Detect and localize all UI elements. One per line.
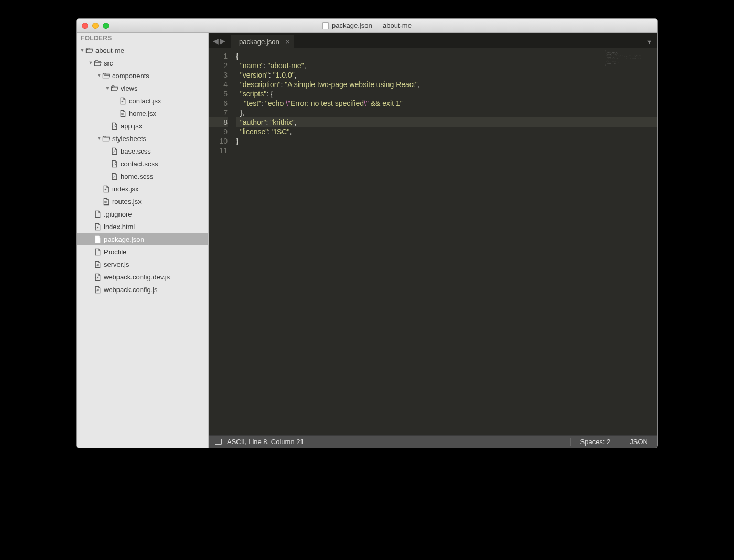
- window-controls: [82, 23, 109, 29]
- tree-file[interactable]: app.jsx: [77, 120, 208, 132]
- tree-file[interactable]: home.jsx: [77, 107, 208, 120]
- nav-forward-icon[interactable]: ▶: [220, 37, 225, 45]
- gutter-line-number: 1: [209, 51, 228, 61]
- nav-back-icon[interactable]: ◀: [213, 37, 219, 45]
- code-area[interactable]: 1234567891011 { "name": "about-me", "ver…: [209, 48, 657, 435]
- tree-item-label: contact.scss: [121, 160, 158, 168]
- code-line[interactable]: "version": "1.0.0",: [236, 70, 657, 80]
- code-line[interactable]: },: [236, 108, 657, 117]
- file-icon: [93, 210, 102, 218]
- file-icon: [93, 222, 102, 231]
- tree-item-label: routes.jsx: [112, 198, 142, 206]
- file-icon: [118, 96, 127, 105]
- gutter-line-number: 11: [209, 146, 228, 155]
- tree-file[interactable]: routes.jsx: [77, 195, 208, 208]
- status-indent[interactable]: Spaces: 2: [570, 438, 620, 446]
- window-body: FOLDERS ▼about-me▼src▼components▼viewsco…: [77, 33, 657, 448]
- gutter-line-number: 8: [209, 117, 228, 127]
- code-line[interactable]: [236, 146, 657, 155]
- panel-toggle-icon[interactable]: [215, 439, 222, 445]
- close-window-button[interactable]: [82, 23, 88, 29]
- tree-folder[interactable]: ▼views: [77, 82, 208, 94]
- file-icon: [118, 109, 127, 117]
- tree-folder[interactable]: ▼stylesheets: [77, 132, 208, 145]
- tree-item-label: index.html: [104, 223, 135, 231]
- disclosure-triangle-icon[interactable]: ▼: [96, 73, 102, 78]
- tree-item-label: webpack.config.dev.js: [104, 273, 170, 281]
- gutter-line-number: 5: [209, 89, 228, 99]
- folder-icon: [102, 71, 110, 80]
- code-line[interactable]: "test": "echo \"Error: no test specified…: [236, 99, 657, 108]
- window-title: package.json — about-me: [77, 21, 657, 29]
- tree-folder[interactable]: ▼src: [77, 57, 208, 69]
- tab-overflow-icon[interactable]: ▼: [646, 39, 652, 45]
- tree-item-label: webpack.config.js: [104, 286, 158, 294]
- disclosure-triangle-icon[interactable]: ▼: [80, 48, 85, 53]
- file-icon: [93, 273, 102, 281]
- close-tab-icon[interactable]: ×: [286, 38, 290, 46]
- folder-icon: [110, 84, 118, 92]
- status-cursor: ASCII, Line 8, Column 21: [227, 438, 304, 446]
- tree-folder[interactable]: ▼components: [77, 69, 208, 82]
- minimap[interactable]: { "name": "about-me", "version": "1.0.0"…: [605, 50, 655, 84]
- status-syntax[interactable]: JSON: [620, 438, 657, 446]
- code-line[interactable]: "author": "krithix",: [236, 117, 657, 127]
- tree-file[interactable]: server.js: [77, 258, 208, 271]
- tree-folder[interactable]: ▼about-me: [77, 44, 208, 57]
- code-line[interactable]: "license": "ISC",: [236, 127, 657, 136]
- status-left[interactable]: ASCII, Line 8, Column 21: [209, 438, 304, 446]
- app-window: package.json — about-me FOLDERS ▼about-m…: [76, 18, 658, 448]
- file-icon: [93, 235, 102, 243]
- code-line[interactable]: }: [236, 136, 657, 146]
- file-tree[interactable]: ▼about-me▼src▼components▼viewscontact.js…: [77, 43, 208, 448]
- folder-icon: [93, 59, 102, 67]
- zoom-window-button[interactable]: [103, 23, 109, 29]
- tree-item-label: components: [112, 72, 149, 80]
- line-gutter: 1234567891011: [209, 48, 233, 435]
- tree-item-label: server.js: [104, 261, 129, 268]
- tree-item-label: about-me: [95, 47, 124, 55]
- code-line[interactable]: "description": "A simple two-page websit…: [236, 80, 657, 89]
- tree-item-label: stylesheets: [112, 135, 146, 143]
- disclosure-triangle-icon[interactable]: ▼: [96, 136, 102, 141]
- tree-file[interactable]: webpack.config.dev.js: [77, 271, 208, 283]
- gutter-line-number: 9: [209, 127, 228, 136]
- tree-file[interactable]: Procfile: [77, 245, 208, 258]
- gutter-line-number: 6: [209, 99, 228, 108]
- titlebar[interactable]: package.json — about-me: [77, 19, 657, 33]
- file-icon: [110, 122, 118, 130]
- minimize-window-button[interactable]: [92, 23, 99, 29]
- code-content[interactable]: { "name": "about-me", "version": "1.0.0"…: [233, 48, 657, 435]
- file-icon: [102, 185, 110, 193]
- status-bar: ASCII, Line 8, Column 21 Spaces: 2 JSON: [209, 435, 657, 448]
- sidebar: FOLDERS ▼about-me▼src▼components▼viewsco…: [77, 33, 209, 448]
- disclosure-triangle-icon[interactable]: ▼: [105, 85, 110, 91]
- tab-history-nav: ◀ ▶: [212, 37, 229, 48]
- tab-label: package.json: [239, 38, 279, 46]
- tree-file[interactable]: index.html: [77, 220, 208, 233]
- gutter-line-number: 2: [209, 61, 228, 70]
- file-icon: [93, 285, 102, 294]
- tree-file[interactable]: base.scss: [77, 145, 208, 157]
- tree-file[interactable]: package.json: [77, 233, 208, 245]
- tree-file[interactable]: index.jsx: [77, 182, 208, 195]
- tree-file[interactable]: home.scss: [77, 170, 208, 182]
- code-line[interactable]: {: [236, 51, 657, 61]
- tree-file[interactable]: contact.jsx: [77, 94, 208, 107]
- folder-icon: [102, 134, 110, 143]
- tree-item-label: package.json: [104, 235, 144, 243]
- disclosure-triangle-icon[interactable]: ▼: [88, 60, 93, 66]
- document-icon: [322, 22, 329, 29]
- tree-file[interactable]: contact.scss: [77, 157, 208, 170]
- tree-item-label: src: [104, 59, 113, 67]
- tree-item-label: .gitignore: [104, 210, 132, 218]
- code-line[interactable]: "name": "about-me",: [236, 61, 657, 70]
- tab-bar: ◀ ▶ package.json × ▼: [209, 33, 657, 48]
- tab-active[interactable]: package.json ×: [231, 35, 294, 48]
- file-icon: [93, 260, 102, 268]
- code-line[interactable]: "scripts": {: [236, 89, 657, 99]
- tree-file[interactable]: .gitignore: [77, 208, 208, 220]
- tree-file[interactable]: webpack.config.js: [77, 283, 208, 296]
- file-icon: [110, 147, 118, 155]
- file-icon: [102, 197, 110, 206]
